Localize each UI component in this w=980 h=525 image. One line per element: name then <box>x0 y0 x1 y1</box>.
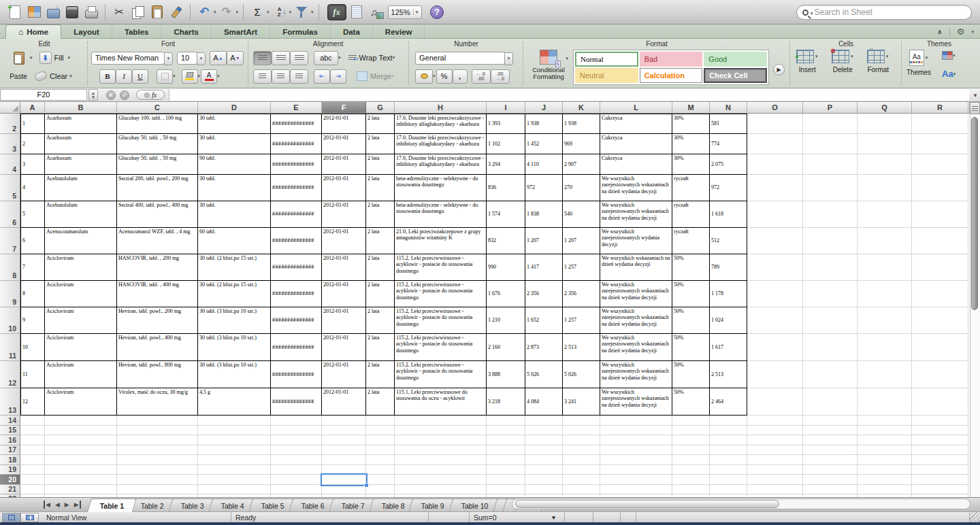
cell-E4[interactable]: ############## <box>271 154 322 175</box>
workbook-gallery-icon[interactable] <box>25 3 43 21</box>
row-header-16[interactable]: 16 <box>0 435 20 445</box>
cell-I8[interactable]: 990 <box>487 254 525 281</box>
first-sheet-icon[interactable]: ◀ <box>44 501 50 509</box>
row-header-14[interactable]: 14 <box>0 416 20 426</box>
cell-M5[interactable]: ryczałt <box>672 175 710 201</box>
column-header-F[interactable]: F <box>322 102 366 114</box>
sort-az-icon[interactable] <box>271 3 289 21</box>
row-header-15[interactable]: 15 <box>0 426 20 435</box>
formula-builder-icon[interactable] <box>327 4 346 20</box>
font-size-combo[interactable]: 10▾ <box>177 52 197 65</box>
cell-J8[interactable]: 1 417 <box>525 254 563 281</box>
cell-M10[interactable]: 50% <box>672 307 710 334</box>
merge-icon[interactable] <box>357 71 368 81</box>
save-icon[interactable] <box>63 3 81 21</box>
cell-F10[interactable]: 2012-01-01 <box>322 307 366 334</box>
cell-J7[interactable]: 1 207 <box>525 228 563 254</box>
cell-D2[interactable]: 30 tabl. <box>198 114 271 134</box>
increase-indent-button[interactable]: ⇥ <box>330 69 346 84</box>
column-header-L[interactable]: L <box>600 102 672 114</box>
grow-font-button[interactable]: A▲ <box>210 51 227 65</box>
underline-button[interactable]: U <box>132 69 148 84</box>
clear-dropdown-icon[interactable]: ▾ <box>69 73 72 79</box>
cell-M8[interactable]: 50% <box>672 254 710 281</box>
cell-A13[interactable]: 12 <box>20 388 45 416</box>
media-browser-icon[interactable] <box>367 3 385 21</box>
format-cells-button[interactable]: ↔▾ Format <box>867 50 889 73</box>
cell-H3[interactable]: 17.0, Doustne leki przeciwcukrzycowe - i… <box>395 134 487 154</box>
cell-H12[interactable]: 115.2, Leki przeciwwirusowe - acyklowir … <box>395 361 487 388</box>
cell-K10[interactable]: 1 257 <box>563 307 600 334</box>
cell-N9[interactable]: 1 178 <box>710 281 747 307</box>
column-header-E[interactable]: E <box>271 102 322 114</box>
enter-icon[interactable]: ✓ <box>120 90 129 100</box>
paste-big-icon[interactable] <box>9 49 29 67</box>
cell-J6[interactable]: 1 838 <box>525 201 563 228</box>
cell-K5[interactable]: 270 <box>563 175 600 201</box>
ribbon-tab[interactable]: Formulas <box>270 24 331 39</box>
column-header-M[interactable]: M <box>672 102 710 114</box>
fill-icon[interactable]: ⬇ <box>39 52 52 64</box>
filter-dropdown-icon[interactable]: ▾ <box>311 10 314 15</box>
resize-grip[interactable] <box>970 512 980 523</box>
cell-F13[interactable]: 2012-01-01 <box>322 388 366 416</box>
decrease-decimal-button[interactable]: .00 →.0 <box>491 69 510 84</box>
normal-view-button[interactable] <box>2 513 20 522</box>
cell-E8[interactable]: ############## <box>271 254 322 281</box>
cell-C10[interactable]: Heviran, tabl. powl., 200 mg <box>117 307 198 334</box>
formula-bar-expand-icon[interactable]: ▼ <box>973 92 978 99</box>
cell-L6[interactable]: We wszystkich zarejestrowanych wskazania… <box>600 201 672 228</box>
cell-style-swatch[interactable]: Good <box>704 52 767 67</box>
previous-sheet-icon[interactable]: ◀ <box>55 501 60 509</box>
column-header-O[interactable]: O <box>747 102 803 114</box>
theme-fonts-button[interactable]: Aa▾ <box>942 69 956 79</box>
column-header-A[interactable]: A <box>20 102 45 114</box>
cell-D12[interactable]: 30 tabl. (3 blist.po 10 szt.) <box>198 361 271 388</box>
sort-dropdown-icon[interactable]: ▾ <box>289 10 292 15</box>
undo-dropdown-icon[interactable]: ▾ <box>214 10 216 15</box>
cell-M9[interactable]: 50% <box>672 281 710 307</box>
row-header-18[interactable]: 18 <box>0 455 20 465</box>
align-top-button[interactable] <box>253 51 272 65</box>
cell-E6[interactable]: ############## <box>271 201 322 228</box>
cell-C3[interactable]: Glucobay 50, tabl. , 50 mg <box>117 134 198 154</box>
column-header-K[interactable]: K <box>563 102 600 114</box>
cell-C5[interactable]: Sectral 200, tabl. powl., 200 mg <box>117 175 198 201</box>
cell-L12[interactable]: We wszystkich zarejestrowanych wskazania… <box>600 361 672 388</box>
cell-F3[interactable]: 2012-01-01 <box>322 134 366 154</box>
align-bottom-button[interactable] <box>290 51 308 65</box>
increase-decimal-button[interactable]: ←.0 .00 <box>472 69 491 84</box>
cell-N5[interactable]: 972 <box>710 175 747 201</box>
cell-G12[interactable]: 2 lata <box>366 361 395 388</box>
cell-L7[interactable]: We wszystkich zarejestrowanych wydania d… <box>600 228 672 254</box>
ribbon-tab[interactable]: Review <box>373 24 425 39</box>
cell-style-swatch[interactable]: Calculation <box>640 68 703 83</box>
column-header-D[interactable]: D <box>198 102 271 114</box>
cell-E3[interactable]: ############## <box>271 134 322 154</box>
cell-E7[interactable]: ############## <box>271 228 322 254</box>
cell-G2[interactable]: 2 lata <box>366 114 395 134</box>
open-icon[interactable] <box>44 3 62 21</box>
cell-C4[interactable]: Glucobay 50, tabl. , 50 mg <box>117 154 198 175</box>
row-header-2[interactable]: 2 <box>0 114 20 134</box>
sheet-tab[interactable]: Table 1 <box>87 498 137 512</box>
row-header-17[interactable]: 17 <box>0 445 20 455</box>
formula-input[interactable] <box>169 89 969 101</box>
cell-C2[interactable]: Glucobay 100, tabl. , 100 mg <box>117 114 198 134</box>
row-header-11[interactable]: 11 <box>0 334 20 361</box>
cell-F8[interactable]: 2012-01-01 <box>322 254 366 281</box>
borders-dropdown-icon[interactable]: ▾ <box>173 73 176 79</box>
cell-H9[interactable]: 115.2, Leki przeciwwirusowe - acyklowir … <box>395 281 487 307</box>
cell-L3[interactable]: Cukrzyca <box>600 134 672 154</box>
cell-C11[interactable]: Heviran, tabl. powl., 400 mg <box>117 334 198 361</box>
column-header-I[interactable]: I <box>487 102 525 114</box>
cell-M11[interactable]: 50% <box>672 334 710 361</box>
cell-M2[interactable]: 30% <box>672 114 710 134</box>
cell-E5[interactable]: ############## <box>271 175 322 201</box>
themes-button[interactable]: Aa ▾ Themes <box>906 50 931 76</box>
cell-H10[interactable]: 115.2, Leki przeciwwirusowe - acyklowir … <box>395 307 487 334</box>
cell-E11[interactable]: ############## <box>271 334 322 361</box>
cell-A10[interactable]: 9 <box>20 307 45 334</box>
cell-D13[interactable]: 4,5 g <box>198 388 271 416</box>
select-all-corner[interactable] <box>0 102 20 114</box>
